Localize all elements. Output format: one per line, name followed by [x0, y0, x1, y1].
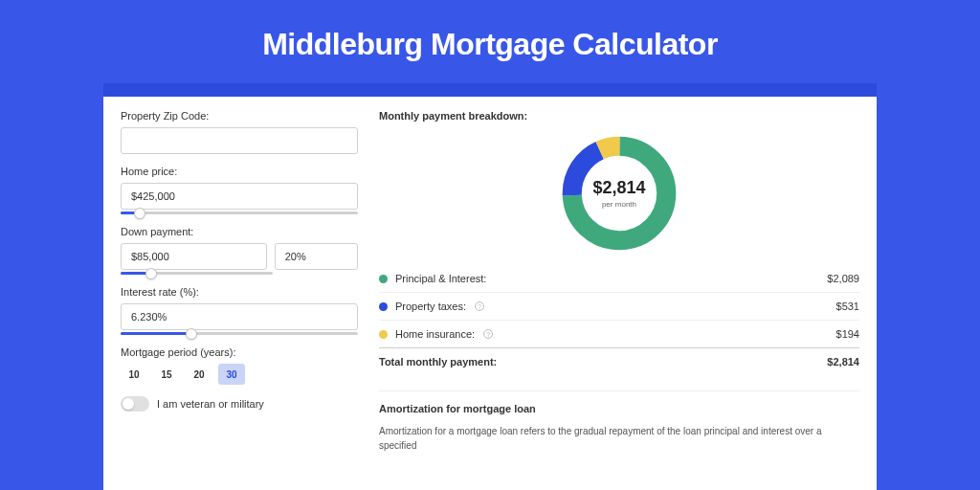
period-label: Mortgage period (years): — [121, 346, 358, 358]
period-options: 10152030 — [121, 364, 358, 385]
down-pct-input[interactable] — [275, 243, 358, 270]
legend-row-1: Property taxes:?$531 — [379, 293, 859, 321]
legend-row-0: Principal & Interest:$2,089 — [379, 265, 859, 293]
price-input[interactable] — [121, 183, 358, 210]
donut-center-sub: per month — [602, 200, 636, 209]
total-row: Total monthly payment: $2,814 — [379, 347, 859, 375]
legend-value: $531 — [836, 301, 859, 312]
rate-label: Interest rate (%): — [121, 286, 358, 298]
down-amount-input[interactable] — [121, 243, 267, 270]
legend-value: $194 — [836, 328, 859, 340]
down-group: Down payment: — [121, 226, 358, 275]
legend-dot-icon — [379, 330, 388, 339]
legend-label: Principal & Interest: — [395, 273, 486, 284]
legend-value: $2,089 — [827, 273, 859, 284]
legend-dot-icon — [379, 275, 388, 283]
amortization-heading: Amortization for mortgage loan — [379, 403, 859, 414]
calculator-card: Property Zip Code: Home price: Down paym… — [103, 97, 877, 490]
zip-input[interactable] — [121, 127, 358, 154]
price-group: Home price: — [121, 166, 358, 214]
amortization-text: Amortization for a mortgage loan refers … — [379, 424, 859, 453]
accent-band — [103, 83, 877, 97]
breakdown-heading: Monthly payment breakdown: — [379, 110, 859, 122]
zip-group: Property Zip Code: — [121, 110, 358, 154]
info-icon[interactable]: ? — [475, 301, 484, 311]
inputs-panel: Property Zip Code: Home price: Down paym… — [121, 110, 358, 490]
rate-slider[interactable] — [121, 332, 358, 335]
period-option-10[interactable]: 10 — [121, 364, 147, 385]
period-option-15[interactable]: 15 — [153, 364, 180, 385]
veteran-label: I am veteran or military — [157, 398, 264, 410]
veteran-toggle[interactable] — [121, 396, 149, 412]
breakdown-panel: Monthly payment breakdown: $2,814 per mo… — [379, 110, 859, 490]
legend-label: Property taxes: — [395, 301, 466, 312]
info-icon[interactable]: ? — [483, 329, 493, 339]
legend-label: Home insurance: — [395, 328, 475, 340]
price-slider[interactable] — [121, 212, 358, 214]
zip-label: Property Zip Code: — [121, 110, 358, 122]
down-label: Down payment: — [121, 226, 358, 237]
page-title: Middleburg Mortgage Calculator — [0, 0, 980, 83]
down-slider[interactable] — [121, 272, 273, 275]
legend: Principal & Interest:$2,089Property taxe… — [379, 265, 859, 347]
legend-row-2: Home insurance:?$194 — [379, 321, 859, 347]
price-label: Home price: — [121, 166, 358, 177]
period-option-30[interactable]: 30 — [218, 364, 245, 385]
rate-input[interactable] — [121, 303, 358, 330]
total-value: $2,814 — [827, 356, 859, 368]
legend-dot-icon — [379, 302, 388, 311]
rate-group: Interest rate (%): — [121, 286, 358, 335]
veteran-row: I am veteran or military — [121, 396, 358, 412]
donut-chart: $2,814 per month — [557, 131, 681, 256]
period-option-20[interactable]: 20 — [186, 364, 212, 385]
amortization-section: Amortization for mortgage loan Amortizat… — [379, 390, 859, 453]
donut-center-amount: $2,814 — [593, 178, 646, 197]
period-group: Mortgage period (years): 10152030 — [121, 346, 358, 385]
total-label: Total monthly payment: — [379, 356, 497, 368]
